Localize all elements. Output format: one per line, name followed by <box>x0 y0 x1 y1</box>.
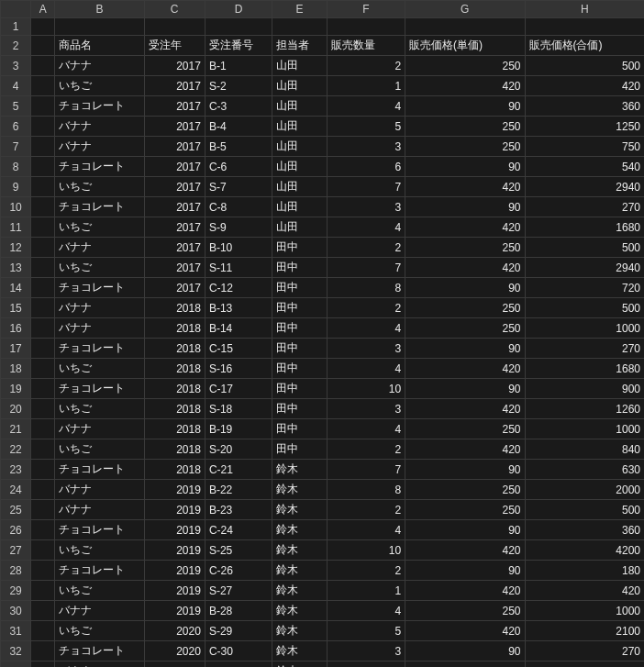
cell-qty[interactable]: 4 <box>327 96 405 117</box>
cell-year[interactable]: 2017 <box>144 137 205 157</box>
cell-qty[interactable]: 10 <box>327 379 405 399</box>
cell-person[interactable]: 鈴木 <box>272 540 327 561</box>
cell-orderno[interactable]: S-11 <box>205 258 272 278</box>
cell-orderno[interactable]: C-26 <box>205 561 272 581</box>
cell-unitprice[interactable]: 90 <box>405 96 525 117</box>
header-unitprice[interactable]: 販売価格(単価) <box>405 36 525 56</box>
cell-unitprice[interactable]: 420 <box>405 217 525 238</box>
cell-person[interactable]: 田中 <box>272 318 327 339</box>
cell-product[interactable]: チョコレート <box>55 641 144 661</box>
cell-product[interactable]: チョコレート <box>55 157 144 177</box>
cell-year[interactable]: 2018 <box>144 399 205 419</box>
cell[interactable] <box>31 601 55 621</box>
cell-year[interactable]: 2019 <box>144 581 205 601</box>
cell-person[interactable]: 田中 <box>272 298 327 318</box>
cell[interactable] <box>31 278 55 298</box>
select-all-corner[interactable] <box>1 1 31 18</box>
row-header[interactable]: 17 <box>1 339 31 359</box>
col-header-D[interactable]: D <box>205 1 272 18</box>
cell-unitprice[interactable]: 90 <box>405 460 525 480</box>
cell-year[interactable]: 2018 <box>144 379 205 399</box>
cell-person[interactable]: 田中 <box>272 339 327 359</box>
cell-total[interactable]: 1680 <box>525 217 644 238</box>
cell[interactable] <box>31 419 55 439</box>
cell-person[interactable]: 田中 <box>272 238 327 258</box>
cell-product[interactable]: いちご <box>55 258 144 278</box>
row-header[interactable]: 21 <box>1 419 31 439</box>
cell-person[interactable]: 田中 <box>272 419 327 439</box>
cell-orderno[interactable]: B-31 <box>205 661 272 668</box>
cell-product[interactable]: バナナ <box>55 419 144 439</box>
cell-orderno[interactable]: S-29 <box>205 621 272 641</box>
row-header[interactable]: 23 <box>1 460 31 480</box>
cell-qty[interactable]: 6 <box>327 157 405 177</box>
cell-unitprice[interactable]: 420 <box>405 399 525 419</box>
cell-person[interactable]: 鈴木 <box>272 561 327 581</box>
cell-product[interactable]: バナナ <box>55 298 144 318</box>
cell-person[interactable]: 鈴木 <box>272 601 327 621</box>
row-header[interactable]: 25 <box>1 500 31 520</box>
cell-product[interactable]: チョコレート <box>55 520 144 540</box>
cell-person[interactable]: 田中 <box>272 379 327 399</box>
cell-orderno[interactable]: C-6 <box>205 157 272 177</box>
cell-orderno[interactable]: S-9 <box>205 217 272 238</box>
cell-total[interactable]: 1250 <box>525 117 644 137</box>
cell-person[interactable]: 田中 <box>272 278 327 298</box>
cell-year[interactable]: 2017 <box>144 258 205 278</box>
cell-product[interactable]: チョコレート <box>55 96 144 117</box>
cell[interactable] <box>144 18 205 36</box>
col-header-G[interactable]: G <box>405 1 525 18</box>
cell-total[interactable]: 4200 <box>525 540 644 561</box>
cell-unitprice[interactable]: 420 <box>405 359 525 379</box>
cell-product[interactable]: チョコレート <box>55 561 144 581</box>
cell-unitprice[interactable]: 90 <box>405 641 525 661</box>
cell-orderno[interactable]: S-16 <box>205 359 272 379</box>
cell-product[interactable]: チョコレート <box>55 460 144 480</box>
row-header[interactable]: 22 <box>1 439 31 460</box>
cell-unitprice[interactable]: 420 <box>405 540 525 561</box>
cell-unitprice[interactable]: 250 <box>405 56 525 76</box>
cell-unitprice[interactable]: 250 <box>405 137 525 157</box>
cell-orderno[interactable]: C-8 <box>205 197 272 217</box>
cell-person[interactable]: 田中 <box>272 359 327 379</box>
row-header[interactable]: 30 <box>1 601 31 621</box>
cell-orderno[interactable]: S-2 <box>205 76 272 96</box>
cell[interactable] <box>272 18 327 36</box>
cell[interactable] <box>31 197 55 217</box>
cell-year[interactable]: 2017 <box>144 177 205 197</box>
cell-orderno[interactable]: B-5 <box>205 137 272 157</box>
cell-qty[interactable]: 7 <box>327 258 405 278</box>
row-header[interactable]: 4 <box>1 76 31 96</box>
cell-qty[interactable]: 1 <box>327 581 405 601</box>
cell-person[interactable]: 鈴木 <box>272 460 327 480</box>
cell-year[interactable]: 2019 <box>144 561 205 581</box>
cell-total[interactable]: 3750 <box>525 661 644 668</box>
cell[interactable] <box>31 76 55 96</box>
cell-year[interactable]: 2017 <box>144 96 205 117</box>
cell-product[interactable]: チョコレート <box>55 278 144 298</box>
cell-unitprice[interactable]: 90 <box>405 339 525 359</box>
cell-qty[interactable]: 3 <box>327 137 405 157</box>
cell[interactable] <box>31 339 55 359</box>
cell-year[interactable]: 2018 <box>144 419 205 439</box>
cell-total[interactable]: 630 <box>525 460 644 480</box>
cell[interactable] <box>31 36 55 56</box>
cell-year[interactable]: 2019 <box>144 601 205 621</box>
cell-unitprice[interactable]: 90 <box>405 197 525 217</box>
cell-total[interactable]: 750 <box>525 137 644 157</box>
cell[interactable] <box>525 18 644 36</box>
cell[interactable] <box>405 18 525 36</box>
cell-product[interactable]: いちご <box>55 540 144 561</box>
cell[interactable] <box>55 18 144 36</box>
cell-unitprice[interactable]: 420 <box>405 258 525 278</box>
cell-orderno[interactable]: S-25 <box>205 540 272 561</box>
row-header[interactable]: 7 <box>1 137 31 157</box>
header-qty[interactable]: 販売数量 <box>327 36 405 56</box>
row-header[interactable]: 1 <box>1 18 31 36</box>
cell-total[interactable]: 500 <box>525 298 644 318</box>
cell[interactable] <box>31 137 55 157</box>
cell-orderno[interactable]: B-13 <box>205 298 272 318</box>
cell-person[interactable]: 鈴木 <box>272 480 327 500</box>
cell-orderno[interactable]: S-18 <box>205 399 272 419</box>
header-person[interactable]: 担当者 <box>272 36 327 56</box>
